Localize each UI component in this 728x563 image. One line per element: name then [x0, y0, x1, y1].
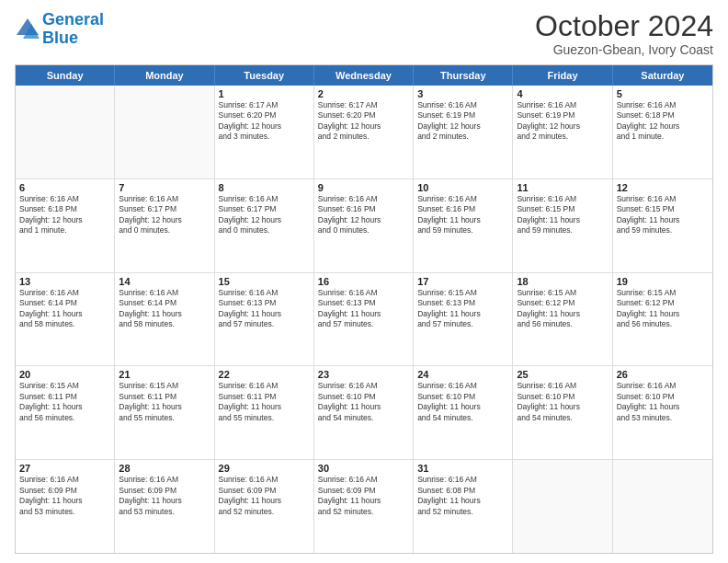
calendar-cell [613, 460, 712, 553]
day-number: 13 [19, 276, 110, 287]
cell-text: Sunrise: 6:15 AM Sunset: 6:13 PM Dayligh… [417, 288, 508, 330]
calendar: SundayMondayTuesdayWednesdayThursdayFrid… [15, 64, 713, 554]
weekday-header-friday: Friday [513, 65, 612, 86]
day-number: 9 [318, 182, 409, 193]
calendar-cell: 24Sunrise: 6:16 AM Sunset: 6:10 PM Dayli… [414, 366, 513, 459]
day-number: 18 [517, 276, 608, 287]
cell-text: Sunrise: 6:16 AM Sunset: 6:18 PM Dayligh… [19, 194, 110, 236]
calendar-row-1: 6Sunrise: 6:16 AM Sunset: 6:18 PM Daylig… [16, 178, 712, 272]
calendar-cell: 27Sunrise: 6:16 AM Sunset: 6:09 PM Dayli… [16, 460, 115, 553]
cell-text: Sunrise: 6:16 AM Sunset: 6:08 PM Dayligh… [417, 475, 508, 517]
calendar-row-3: 20Sunrise: 6:15 AM Sunset: 6:11 PM Dayli… [16, 365, 712, 459]
calendar-cell [513, 460, 612, 553]
cell-text: Sunrise: 6:16 AM Sunset: 6:09 PM Dayligh… [219, 475, 310, 517]
calendar-cell: 23Sunrise: 6:16 AM Sunset: 6:10 PM Dayli… [314, 366, 414, 459]
calendar-cell: 21Sunrise: 6:15 AM Sunset: 6:11 PM Dayli… [115, 366, 214, 459]
cell-text: Sunrise: 6:16 AM Sunset: 6:19 PM Dayligh… [417, 100, 508, 143]
weekday-header-saturday: Saturday [613, 65, 712, 86]
weekday-header-sunday: Sunday [16, 65, 115, 86]
day-number: 29 [219, 463, 310, 474]
calendar-cell: 29Sunrise: 6:16 AM Sunset: 6:09 PM Dayli… [215, 460, 314, 553]
calendar-cell: 14Sunrise: 6:16 AM Sunset: 6:14 PM Dayli… [115, 273, 214, 366]
cell-text: Sunrise: 6:16 AM Sunset: 6:13 PM Dayligh… [318, 288, 409, 330]
weekday-header-wednesday: Wednesday [314, 65, 414, 86]
calendar-row-2: 13Sunrise: 6:16 AM Sunset: 6:14 PM Dayli… [16, 272, 712, 366]
day-number: 30 [318, 463, 409, 474]
calendar-cell: 28Sunrise: 6:16 AM Sunset: 6:09 PM Dayli… [115, 460, 214, 553]
day-number: 21 [119, 369, 210, 380]
logo-line2: Blue [42, 29, 78, 47]
calendar-cell: 17Sunrise: 6:15 AM Sunset: 6:13 PM Dayli… [414, 273, 513, 366]
calendar-cell: 9Sunrise: 6:16 AM Sunset: 6:16 PM Daylig… [314, 179, 414, 272]
cell-text: Sunrise: 6:16 AM Sunset: 6:13 PM Dayligh… [219, 288, 310, 330]
calendar-cell: 31Sunrise: 6:16 AM Sunset: 6:08 PM Dayli… [414, 460, 513, 553]
month-title: October 2024 [535, 11, 713, 40]
cell-text: Sunrise: 6:16 AM Sunset: 6:16 PM Dayligh… [417, 194, 508, 236]
day-number: 19 [617, 276, 709, 287]
day-number: 28 [119, 463, 210, 474]
cell-text: Sunrise: 6:16 AM Sunset: 6:09 PM Dayligh… [318, 475, 409, 517]
weekday-header-tuesday: Tuesday [215, 65, 314, 86]
calendar-cell: 15Sunrise: 6:16 AM Sunset: 6:13 PM Dayli… [215, 273, 314, 366]
day-number: 17 [417, 276, 508, 287]
day-number: 5 [617, 88, 709, 99]
cell-text: Sunrise: 6:16 AM Sunset: 6:17 PM Dayligh… [219, 194, 310, 236]
header-right: October 2024 Guezon-Gbean, Ivory Coast [535, 11, 713, 57]
calendar-row-0: 1Sunrise: 6:17 AM Sunset: 6:20 PM Daylig… [16, 86, 712, 178]
day-number: 3 [417, 88, 508, 99]
cell-text: Sunrise: 6:17 AM Sunset: 6:20 PM Dayligh… [219, 100, 310, 143]
calendar-cell: 8Sunrise: 6:16 AM Sunset: 6:17 PM Daylig… [215, 179, 314, 272]
cell-text: Sunrise: 6:16 AM Sunset: 6:11 PM Dayligh… [219, 381, 310, 423]
calendar-body: 1Sunrise: 6:17 AM Sunset: 6:20 PM Daylig… [16, 86, 712, 553]
logo-line1: General [42, 10, 104, 29]
day-number: 14 [119, 276, 210, 287]
cell-text: Sunrise: 6:16 AM Sunset: 6:17 PM Dayligh… [119, 194, 210, 236]
calendar-cell: 25Sunrise: 6:16 AM Sunset: 6:10 PM Dayli… [513, 366, 612, 459]
day-number: 27 [19, 463, 110, 474]
logo-icon [15, 17, 40, 42]
calendar-cell: 7Sunrise: 6:16 AM Sunset: 6:17 PM Daylig… [115, 179, 214, 272]
cell-text: Sunrise: 6:16 AM Sunset: 6:09 PM Dayligh… [119, 475, 210, 517]
cell-text: Sunrise: 6:16 AM Sunset: 6:10 PM Dayligh… [517, 381, 608, 423]
calendar-cell: 1Sunrise: 6:17 AM Sunset: 6:20 PM Daylig… [215, 86, 314, 178]
day-number: 15 [219, 276, 310, 287]
calendar-cell: 2Sunrise: 6:17 AM Sunset: 6:20 PM Daylig… [314, 86, 414, 178]
calendar-cell: 13Sunrise: 6:16 AM Sunset: 6:14 PM Dayli… [16, 273, 115, 366]
calendar-cell: 26Sunrise: 6:16 AM Sunset: 6:10 PM Dayli… [613, 366, 712, 459]
day-number: 24 [417, 369, 508, 380]
calendar-cell: 30Sunrise: 6:16 AM Sunset: 6:09 PM Dayli… [314, 460, 414, 553]
cell-text: Sunrise: 6:16 AM Sunset: 6:14 PM Dayligh… [119, 288, 210, 330]
logo-text: General Blue [42, 11, 104, 48]
cell-text: Sunrise: 6:15 AM Sunset: 6:11 PM Dayligh… [119, 381, 210, 423]
calendar-cell [16, 86, 115, 178]
cell-text: Sunrise: 6:16 AM Sunset: 6:15 PM Dayligh… [617, 194, 709, 236]
calendar-cell: 22Sunrise: 6:16 AM Sunset: 6:11 PM Dayli… [215, 366, 314, 459]
day-number: 26 [617, 369, 709, 380]
cell-text: Sunrise: 6:16 AM Sunset: 6:10 PM Dayligh… [417, 381, 508, 423]
cell-text: Sunrise: 6:16 AM Sunset: 6:15 PM Dayligh… [517, 194, 608, 236]
page: General Blue October 2024 Guezon-Gbean, … [0, 0, 728, 563]
calendar-cell: 11Sunrise: 6:16 AM Sunset: 6:15 PM Dayli… [513, 179, 612, 272]
calendar-cell: 10Sunrise: 6:16 AM Sunset: 6:16 PM Dayli… [414, 179, 513, 272]
calendar-header: SundayMondayTuesdayWednesdayThursdayFrid… [16, 65, 712, 86]
calendar-cell: 5Sunrise: 6:16 AM Sunset: 6:18 PM Daylig… [613, 86, 712, 178]
day-number: 10 [417, 182, 508, 193]
calendar-cell: 19Sunrise: 6:15 AM Sunset: 6:12 PM Dayli… [613, 273, 712, 366]
day-number: 20 [19, 369, 110, 380]
day-number: 12 [617, 182, 709, 193]
calendar-cell: 3Sunrise: 6:16 AM Sunset: 6:19 PM Daylig… [414, 86, 513, 178]
cell-text: Sunrise: 6:16 AM Sunset: 6:10 PM Dayligh… [318, 381, 409, 423]
calendar-cell: 6Sunrise: 6:16 AM Sunset: 6:18 PM Daylig… [16, 179, 115, 272]
cell-text: Sunrise: 6:15 AM Sunset: 6:12 PM Dayligh… [617, 288, 709, 330]
calendar-cell: 4Sunrise: 6:16 AM Sunset: 6:19 PM Daylig… [513, 86, 612, 178]
weekday-header-thursday: Thursday [414, 65, 513, 86]
cell-text: Sunrise: 6:16 AM Sunset: 6:09 PM Dayligh… [19, 475, 110, 517]
day-number: 31 [417, 463, 508, 474]
day-number: 2 [318, 88, 409, 99]
day-number: 11 [517, 182, 608, 193]
cell-text: Sunrise: 6:16 AM Sunset: 6:19 PM Dayligh… [517, 100, 608, 143]
calendar-cell: 18Sunrise: 6:15 AM Sunset: 6:12 PM Dayli… [513, 273, 612, 366]
calendar-cell: 16Sunrise: 6:16 AM Sunset: 6:13 PM Dayli… [314, 273, 414, 366]
cell-text: Sunrise: 6:16 AM Sunset: 6:14 PM Dayligh… [19, 288, 110, 330]
header: General Blue October 2024 Guezon-Gbean, … [15, 11, 713, 57]
